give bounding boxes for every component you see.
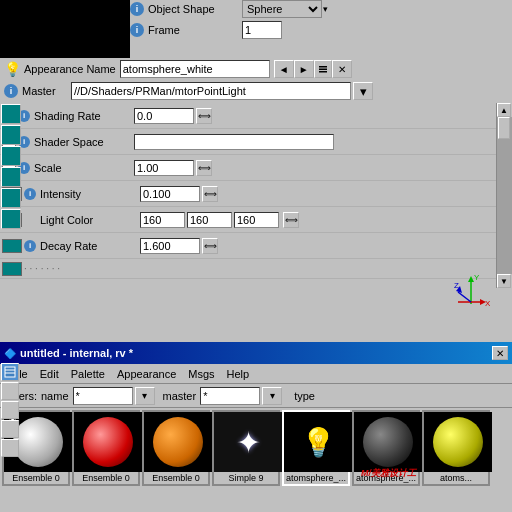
top-controls: i Object Shape Sphere ▾ i Frame: [130, 0, 512, 42]
inner-tab-4[interactable]: [1, 420, 19, 438]
inner-tab-5[interactable]: [1, 439, 19, 457]
bulb-icon-4: 💡: [301, 426, 336, 459]
svg-text:X: X: [485, 299, 490, 308]
inner-left-tabs: [0, 362, 22, 458]
filters-bar: Filters: name ▾ master ▾ type: [0, 384, 512, 408]
star-icon-3: ✦: [236, 425, 261, 460]
scale-label: Scale: [34, 162, 134, 174]
appearance-fwd-btn[interactable]: ►: [294, 60, 314, 78]
sphere-icon-1: [83, 417, 133, 467]
decay-rate-label: Decay Rate: [40, 240, 140, 252]
scroll-up-btn[interactable]: ▲: [497, 103, 511, 117]
thumb-item-1[interactable]: Ensemble 0: [72, 410, 140, 486]
side-btn-6[interactable]: [1, 209, 21, 229]
shading-rate-value[interactable]: [134, 108, 194, 124]
inner-tab-2[interactable]: [1, 382, 19, 400]
svg-line-9: [458, 292, 471, 302]
inner-tab-1[interactable]: [1, 363, 19, 381]
extra-dots: · · · · · · ·: [24, 263, 60, 274]
window-close-btn[interactable]: ✕: [492, 346, 508, 360]
filters-master-input[interactable]: [200, 387, 260, 405]
shading-rate-arrow[interactable]: ⟺: [196, 108, 212, 124]
menu-help[interactable]: Help: [221, 366, 256, 382]
scale-arrow[interactable]: ⟺: [196, 160, 212, 176]
light-color-g[interactable]: [187, 212, 232, 228]
appearance-name-input[interactable]: [120, 60, 270, 78]
thumb-item-3[interactable]: ✦ Simple 9: [212, 410, 280, 486]
decay-rate-arrow[interactable]: ⟺: [202, 238, 218, 254]
intensity-value[interactable]: [140, 186, 200, 202]
left-side-panel: [0, 103, 24, 230]
scroll-down-btn[interactable]: ▼: [497, 274, 511, 288]
side-btn-3[interactable]: [1, 146, 21, 166]
info-icon-frame: i: [130, 23, 144, 37]
appearance-back-btn[interactable]: ◄: [274, 60, 294, 78]
appearance-name-label: Appearance Name: [24, 63, 116, 75]
filters-name-label: name: [41, 390, 69, 402]
intensity-label: Intensity: [40, 188, 140, 200]
menu-palette[interactable]: Palette: [65, 366, 111, 382]
menu-edit[interactable]: Edit: [34, 366, 65, 382]
master-input[interactable]: [71, 82, 351, 100]
svg-text:Y: Y: [474, 273, 480, 282]
object-shape-arrow: ▾: [323, 4, 328, 14]
scale-value[interactable]: [134, 160, 194, 176]
side-btn-1[interactable]: [1, 104, 21, 124]
svg-rect-12: [5, 367, 15, 377]
thumb-item-2[interactable]: Ensemble 0: [142, 410, 210, 486]
menu-icon: [318, 64, 328, 74]
decay-rate-row: i Decay Rate ⟺: [0, 233, 512, 259]
thumb-item-4[interactable]: 💡 atomsphere_...: [282, 410, 350, 486]
object-shape-select[interactable]: Sphere: [242, 0, 322, 18]
extra-row: · · · · · · ·: [0, 259, 512, 279]
thumb-item-5[interactable]: atomsphere_... M/美雅设计工: [352, 410, 420, 486]
appearance-bulb-icon: 💡: [4, 61, 20, 77]
window-title: untitled - internal, rv *: [20, 347, 492, 359]
appearance-x-btn[interactable]: ✕: [332, 60, 352, 78]
frame-input[interactable]: [242, 21, 282, 39]
extra-swatch: [2, 262, 22, 276]
window-title-bar: 🔷 untitled - internal, rv * ✕: [0, 342, 512, 364]
svg-rect-1: [319, 69, 327, 71]
appearance-toolbar: ◄ ► ✕: [274, 60, 352, 78]
axis-widget: Y X Z: [452, 272, 490, 310]
master-label: Master: [22, 85, 67, 97]
scroll-thumb[interactable]: [498, 117, 510, 139]
thumb-label-4: atomsphere_...: [284, 472, 348, 484]
light-color-r[interactable]: [140, 212, 185, 228]
sphere-icon-2: [153, 417, 203, 467]
master-row: i Master ▾: [0, 80, 512, 102]
filters-name-dropdown[interactable]: ▾: [135, 387, 155, 405]
inner-tab-3[interactable]: [1, 401, 19, 419]
decay-rate-value[interactable]: [140, 238, 200, 254]
appearance-menu-btn[interactable]: [314, 60, 332, 78]
scrollbar[interactable]: ▲ ▼: [496, 103, 512, 288]
menu-appearance[interactable]: Appearance: [111, 366, 182, 382]
side-btn-2[interactable]: [1, 125, 21, 145]
menu-bar: File Edit Palette Appearance Msgs Help: [0, 364, 512, 384]
shading-rate-row: i Shading Rate ⟺: [0, 103, 512, 129]
side-btn-4[interactable]: [1, 167, 21, 187]
light-color-values: ⟺: [140, 212, 299, 228]
info-icon-obj: i: [130, 2, 144, 16]
shader-space-label: Shader Space: [34, 136, 134, 148]
menu-msgs[interactable]: Msgs: [182, 366, 220, 382]
thumb-label-0: Ensemble 0: [4, 472, 68, 484]
thumb-item-6[interactable]: atoms...: [422, 410, 490, 486]
intensity-arrow[interactable]: ⟺: [202, 186, 218, 202]
tab-icon-1: [4, 366, 16, 378]
light-color-arrow[interactable]: ⟺: [283, 212, 299, 228]
filters-master-dropdown[interactable]: ▾: [262, 387, 282, 405]
window-icon: 🔷: [4, 348, 16, 359]
filters-name-input[interactable]: [73, 387, 133, 405]
svg-text:Z: Z: [454, 281, 459, 290]
light-color-b[interactable]: [234, 212, 279, 228]
axis-svg: Y X Z: [452, 272, 490, 310]
sphere-icon-5: [363, 417, 413, 467]
side-btn-5[interactable]: [1, 188, 21, 208]
master-dropdown-btn[interactable]: ▾: [353, 82, 373, 100]
shader-space-value[interactable]: [134, 134, 334, 150]
thumbnail-grid: ❄ Ensemble 0 Ensemble 0 Ensemble 0: [0, 408, 512, 488]
intensity-row: i Intensity ⟺: [0, 181, 512, 207]
thumb-label-2: Ensemble 0: [144, 472, 208, 484]
